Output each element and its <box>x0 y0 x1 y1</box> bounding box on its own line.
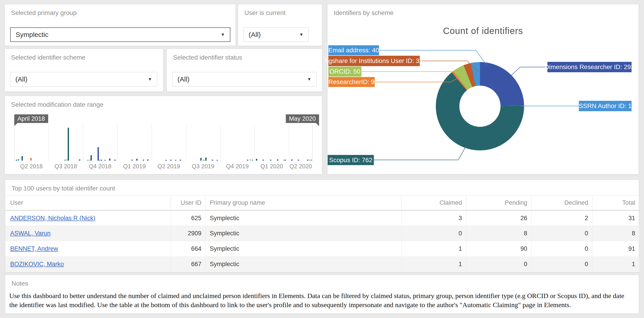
histogram-bar <box>277 159 278 161</box>
histogram-bar <box>66 159 68 161</box>
quarter-gridline <box>289 125 289 161</box>
quarter-gridline <box>117 125 118 161</box>
histogram-bar <box>284 160 286 161</box>
top-users-card: Top 100 users by total identifer count U… <box>5 180 639 272</box>
histogram-bar <box>87 160 88 161</box>
histogram-bar <box>98 147 99 161</box>
histogram-bar <box>90 155 92 161</box>
histogram-bar <box>68 128 69 161</box>
axis-tick-label: Q3 2018 <box>54 163 77 170</box>
axis-tick-label: Q4 2019 <box>226 163 249 170</box>
histogram-bar <box>99 160 100 161</box>
table-cell: BOZIKOVIC, Marko <box>5 257 170 272</box>
date-range-card: Selected modification date range April 2… <box>4 96 322 174</box>
user-profile-link[interactable]: ANDERSON, Nicholas R (Nick) <box>10 215 96 221</box>
identifier-scheme-dropdown[interactable]: (All) ▼ <box>10 72 157 87</box>
leader-line-dimensions <box>510 67 548 76</box>
quarter-gridline <box>49 125 49 161</box>
notes-body: Use this dashboard to better understand … <box>9 291 633 309</box>
axis-tick-label: Q2 2018 <box>20 163 43 170</box>
histogram-bar <box>79 159 80 161</box>
filter-card-identifier-scheme: Selected identifier scheme (All) ▼ <box>4 49 164 92</box>
chevron-down-icon: ▼ <box>299 32 304 37</box>
histogram-bar <box>262 160 264 161</box>
column-header-user-id: User ID <box>170 195 206 210</box>
histogram-bar <box>104 160 106 161</box>
user-profile-link[interactable]: BENNET, Andrew <box>10 245 58 252</box>
date-range-end-handle[interactable]: May 2020 <box>286 114 319 123</box>
callout-email-address: Email address: 40 <box>328 45 379 55</box>
histogram-bar <box>250 159 251 161</box>
table-cell: Symplectic <box>206 226 402 241</box>
user-profile-link[interactable]: BOZIKOVIC, Marko <box>10 261 64 267</box>
histogram-bar <box>147 159 148 161</box>
histogram-bar <box>175 160 176 161</box>
date-range-start-label: April 2018 <box>18 115 45 122</box>
table-cell: 0 <box>466 257 532 272</box>
table-cell: Symplectic <box>206 257 402 272</box>
primary-group-dropdown-value: Symplectic <box>16 31 48 39</box>
filter-card-identifier-status: Selected identifier status (All) ▼ <box>166 49 322 92</box>
histogram-bar <box>252 160 253 161</box>
quarter-gridline <box>152 125 152 161</box>
table-cell: ANDERSON, Nicholas R (Nick) <box>5 210 170 226</box>
table-cell: 0 <box>532 257 592 272</box>
histogram-bar <box>101 160 102 161</box>
histogram-bar <box>166 160 167 161</box>
column-header-claimed: Claimed <box>402 195 466 210</box>
histogram-bar <box>200 158 202 161</box>
date-range-start-handle[interactable]: April 2018 <box>14 114 48 123</box>
histogram-bar <box>143 160 144 161</box>
filter-title-primary-group: Selected primary group <box>11 9 76 17</box>
axis-tick-label: Q3 2019 <box>192 163 214 170</box>
filter-title-user-is-current: User is current <box>244 9 286 17</box>
top-users-title: Top 100 users by total identifer count <box>12 185 115 192</box>
quarter-gridline <box>254 125 255 161</box>
date-range-title: Selected modification date range <box>11 101 104 108</box>
histogram-bar <box>256 159 257 161</box>
table-cell: 91 <box>592 241 639 257</box>
primary-group-dropdown[interactable]: Symplectic ▼ <box>10 28 230 42</box>
identifiers-panel-title: Identifiers by scheme <box>334 9 394 17</box>
filter-card-user-is-current: User is current (All) ▼ <box>238 4 322 46</box>
date-histogram-axis: Q2 2018Q3 2018Q4 2018Q1 2019Q2 2019Q3 20… <box>14 163 312 171</box>
column-header-pending: Pending <box>466 195 532 210</box>
filter-title-identifier-status: Selected identifier status <box>173 54 242 61</box>
identifier-scheme-dropdown-value: (All) <box>16 75 28 83</box>
chevron-down-icon: ▼ <box>148 77 152 82</box>
notes-title: Notes <box>12 280 28 287</box>
column-header-primary-group-name: Primary group name <box>206 195 402 210</box>
histogram-bar <box>309 160 310 161</box>
axis-tick-label: Q2 2019 <box>158 163 180 170</box>
histogram-bar <box>64 160 66 161</box>
callout-researcherid: ResearcherID: 9 <box>328 77 375 87</box>
histogram-bar <box>16 160 17 161</box>
identifier-status-dropdown[interactable]: (All) ▼ <box>172 72 316 87</box>
table-cell: 31 <box>592 210 639 226</box>
table-cell: 664 <box>170 241 206 257</box>
callout-figshare-user-id: figshare for Institutions User ID: 32 <box>328 56 420 66</box>
histogram-bar <box>180 160 181 161</box>
user-is-current-dropdown[interactable]: (All) ▼ <box>244 28 309 42</box>
user-profile-link[interactable]: ASWAL, Varun <box>10 230 51 237</box>
table-row: BOZIKOVIC, Marko667Symplectic1001 <box>5 257 639 272</box>
chevron-down-icon: ▼ <box>307 77 311 82</box>
table-cell: 0 <box>402 226 466 241</box>
date-histogram-plot[interactable] <box>14 125 312 161</box>
column-header-total: Total <box>592 195 639 210</box>
table-cell: 1 <box>592 257 639 272</box>
histogram-bar <box>136 159 138 161</box>
histogram-bar <box>114 160 116 161</box>
histogram-bar <box>30 158 32 161</box>
table-cell: 90 <box>466 241 532 257</box>
donut-hole <box>459 86 500 127</box>
histogram-bar <box>22 156 23 161</box>
table-cell: ASWAL, Varun <box>5 226 170 241</box>
table-cell: BENNET, Andrew <box>5 241 170 257</box>
table-cell: 625 <box>170 210 206 226</box>
histogram-bar <box>89 160 90 161</box>
table-row: ASWAL, Varun2909Symplectic0808 <box>5 226 639 241</box>
quarter-gridline <box>220 125 220 161</box>
histogram-bar <box>216 160 218 161</box>
axis-tick-label: Q2 2020 <box>290 163 312 170</box>
